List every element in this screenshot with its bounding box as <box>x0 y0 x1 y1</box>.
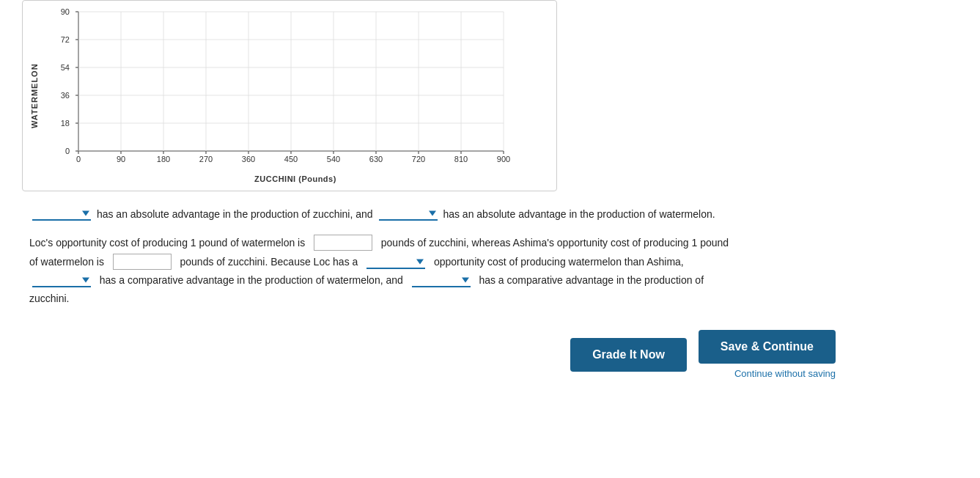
svg-text:36: 36 <box>61 91 70 100</box>
svg-text:360: 360 <box>242 155 255 163</box>
dropdown3-container[interactable]: lower higher <box>366 256 425 269</box>
save-continue-button[interactable]: Save & Continue <box>699 330 836 364</box>
dropdown1-container[interactable]: Loc Ashima <box>32 207 91 221</box>
sent2-part3: of watermelon is <box>29 256 107 268</box>
svg-text:540: 540 <box>327 155 340 163</box>
y-axis-label: WATERMELON <box>30 8 39 183</box>
dropdown3-select[interactable]: lower higher <box>366 256 418 268</box>
svg-text:810: 810 <box>454 155 468 163</box>
question-section: Loc Ashima has an absolute advantage in … <box>15 206 894 379</box>
input1-field[interactable] <box>314 235 372 251</box>
sentence1-part2: has an absolute advantage in the product… <box>441 206 715 222</box>
svg-text:0: 0 <box>76 155 81 163</box>
sent2-part6: has a comparative advantage in the produ… <box>97 274 406 286</box>
sent2-part8: zucchini. <box>29 293 69 304</box>
save-continue-col: Save & Continue Continue without saving <box>699 330 836 379</box>
dropdown2-select[interactable]: Loc Ashima <box>379 207 430 219</box>
paragraph2-block: Loc's opportunity cost of producing 1 po… <box>29 234 880 308</box>
svg-text:90: 90 <box>61 8 70 16</box>
sentence1-part1: has an absolute advantage in the product… <box>94 206 376 222</box>
continue-without-saving-link[interactable]: Continue without saving <box>734 368 836 379</box>
svg-text:720: 720 <box>412 155 425 163</box>
dropdown4-select[interactable]: Loc Ashima <box>32 274 84 286</box>
svg-text:54: 54 <box>61 63 70 72</box>
dropdown5-select[interactable]: Loc Ashima <box>412 274 463 286</box>
svg-text:72: 72 <box>61 35 70 44</box>
grade-it-now-button[interactable]: Grade It Now <box>570 338 687 372</box>
sentence1-row: Loc Ashima has an absolute advantage in … <box>29 206 880 222</box>
dropdown1-select[interactable]: Loc Ashima <box>32 207 84 219</box>
svg-text:18: 18 <box>61 119 70 128</box>
sent2-part7: has a comparative advantage in the produ… <box>476 274 704 286</box>
dropdown5-container[interactable]: Loc Ashima <box>412 274 471 287</box>
chart-wrapper: WATERMELON <box>22 0 557 191</box>
svg-text:900: 900 <box>497 155 510 163</box>
svg-text:0: 0 <box>65 147 70 155</box>
dropdown4-container[interactable]: Loc Ashima <box>32 274 91 287</box>
dropdown2-container[interactable]: Loc Ashima <box>379 207 438 221</box>
svg-text:450: 450 <box>284 155 298 163</box>
svg-text:270: 270 <box>199 155 213 163</box>
svg-text:630: 630 <box>369 155 383 163</box>
page-container: WATERMELON <box>0 0 980 401</box>
button-row: Grade It Now Save & Continue Continue wi… <box>29 330 880 379</box>
input2-field[interactable] <box>113 254 172 270</box>
sent2-part5: opportunity cost of producing watermelon… <box>431 256 684 268</box>
svg-text:180: 180 <box>157 155 170 163</box>
sent2-part4: pounds of zucchini. Because Loc has a <box>177 256 361 268</box>
x-axis-label: ZUCCHINI (Pounds) <box>42 174 549 183</box>
chart-area: 0 18 36 54 72 90 0 <box>42 8 549 183</box>
svg-text:90: 90 <box>117 155 125 163</box>
chart-inner: WATERMELON <box>30 8 549 183</box>
sent2-part2: pounds of zucchini, whereas Ashima's opp… <box>378 237 729 249</box>
sent2-part1: Loc's opportunity cost of producing 1 po… <box>29 237 308 249</box>
chart-svg: 0 18 36 54 72 90 0 <box>42 8 549 172</box>
